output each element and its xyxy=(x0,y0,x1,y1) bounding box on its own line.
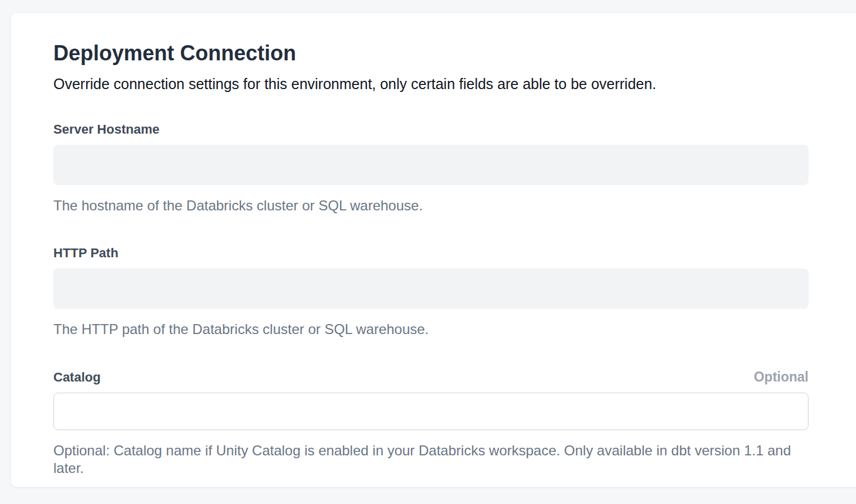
card-content: Deployment Connection Override connectio… xyxy=(11,13,856,504)
catalog-input[interactable] xyxy=(53,393,809,430)
server-hostname-label: Server Hostname xyxy=(53,121,159,138)
catalog-helper-text: Optional: Catalog name if Unity Catalog … xyxy=(53,442,809,477)
catalog-optional-tag: Optional xyxy=(754,369,809,385)
http-path-field-group: HTTP Path The HTTP path of the Databrick… xyxy=(53,245,809,338)
page-title: Deployment Connection xyxy=(53,40,807,66)
deployment-connection-card: Deployment Connection Override connectio… xyxy=(11,12,856,488)
http-path-label-row: HTTP Path xyxy=(53,245,809,261)
http-path-label: HTTP Path xyxy=(53,245,118,261)
catalog-label: Catalog xyxy=(53,369,101,386)
http-path-helper-text: The HTTP path of the Databricks cluster … xyxy=(53,321,809,338)
server-hostname-input xyxy=(53,145,809,185)
server-hostname-label-row: Server Hostname xyxy=(53,121,809,138)
catalog-field-group: Catalog Optional Optional: Catalog name … xyxy=(53,369,809,477)
server-hostname-helper-text: The hostname of the Databricks cluster o… xyxy=(53,197,809,214)
page-subtitle: Override connection settings for this en… xyxy=(53,74,807,93)
server-hostname-field-group: Server Hostname The hostname of the Data… xyxy=(53,121,809,214)
http-path-input xyxy=(53,268,809,309)
catalog-label-row: Catalog Optional xyxy=(53,369,809,386)
